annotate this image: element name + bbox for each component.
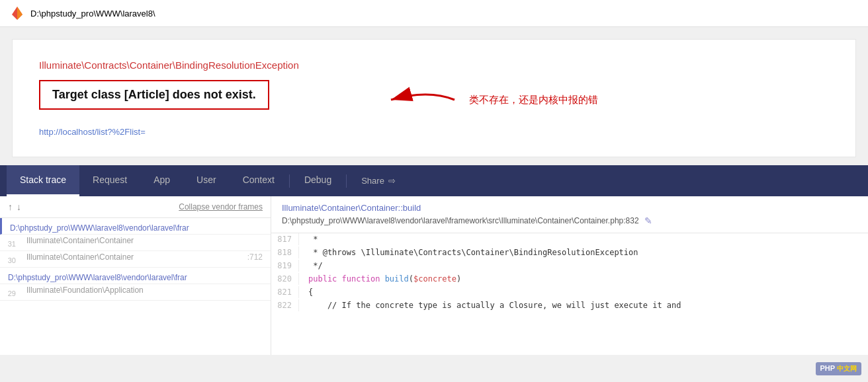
frame-item[interactable]: 31 Illuminate\Container\Container [0,235,271,251]
red-arrow-icon [383,87,462,113]
stack-controls: ↑ ↓ Collapse vendor frames [0,196,271,218]
tabs-section: Stack trace Request App User Context Deb… [0,165,868,355]
code-line: 819 */ [271,260,868,273]
stack-arrows: ↑ ↓ [8,202,21,212]
code-line: 822 // If the concrete type is actually … [271,299,868,313]
tab-divider-2 [346,174,347,188]
line-number: 821 [271,286,299,298]
line-number: 817 [271,233,299,245]
collapse-vendor-frames[interactable]: Collapse vendor frames [179,202,263,211]
line-number: 819 [271,260,299,272]
top-bar-path: D:\phpstudy_pro\WWW\laravel8\ [30,9,155,19]
tab-share[interactable]: Share ⇨ [348,167,409,195]
frame-item[interactable]: D:\phpstudy_pro\WWW\laravel8\vendor\lara… [0,268,271,284]
svg-marker-1 [17,7,22,20]
content-area: ↑ ↓ Collapse vendor frames D:\phpstudy_p… [0,196,868,355]
code-file-line: D:\phpstudy_pro\WWW\laravel8\vendor\lara… [282,215,857,226]
tab-debug[interactable]: Debug [291,165,345,196]
logo-icon [9,5,25,21]
code-body: 817 * 818 * @throws \Illuminate\Contract… [271,233,868,313]
line-content: * @throws \Illuminate\Contracts\Containe… [299,247,638,258]
annotation-text: 类不存在，还是内核中报的错 [469,94,598,106]
code-line: 818 * @throws \Illuminate\Contracts\Cont… [271,247,868,260]
arrow-down-icon[interactable]: ↓ [17,202,21,212]
line-content: * [299,233,318,245]
frame-line: :712 [247,252,263,262]
tab-context[interactable]: Context [230,165,288,196]
arrow-up-icon[interactable]: ↑ [8,202,13,212]
code-line: 821 { [271,286,868,299]
code-file-path: D:\phpstudy_pro\WWW\laravel8\vendor\lara… [282,216,639,225]
top-bar: D:\phpstudy_pro\WWW\laravel8\ [0,0,868,27]
exception-class: Illuminate\Contracts\Container\BindingRe… [39,59,829,71]
arrow-annotation: 类不存在，还是内核中报的错 [383,87,598,113]
tab-request[interactable]: Request [79,165,140,196]
frame-file: D:\phpstudy_pro\WWW\laravel8\vendor\lara… [2,218,271,234]
share-icon: ⇨ [388,176,396,186]
tab-divider [289,174,290,188]
tab-stack-trace[interactable]: Stack trace [7,165,79,196]
line-number: 822 [271,299,299,311]
code-line: 820 public function build($concrete) [271,273,868,286]
line-number: 820 [271,273,299,285]
error-url[interactable]: http://localhost/list?%2Flist= [39,127,146,137]
edit-icon[interactable]: ✎ [644,215,652,226]
frame-item[interactable]: 29 Illuminate\Foundation\Application [0,284,271,301]
frame-number: 30 [0,251,19,267]
tabs-bar: Stack trace Request App User Context Deb… [0,165,868,196]
code-panel: Illuminate\Container\Container::build D:… [271,196,868,355]
frame-item[interactable]: D:\phpstudy_pro\WWW\laravel8\vendor\lara… [0,218,271,235]
frame-class: Illuminate\Container\Container [26,236,134,245]
frame-class: Illuminate\Container\Container [26,252,134,262]
line-content: // If the concrete type is actually a Cl… [299,299,681,311]
frame-class: Illuminate\Foundation\Application [26,286,144,295]
tab-user[interactable]: User [183,165,230,196]
line-number: 818 [271,247,299,258]
line-content: */ [299,260,323,272]
frame-item[interactable]: 30 Illuminate\Container\Container :712 [0,251,271,268]
code-class-name: Illuminate\Container\Container::build [282,203,857,213]
frame-number: 29 [0,284,19,300]
frame-file: D:\phpstudy_pro\WWW\laravel8\vendor\lara… [0,268,271,284]
stack-panel: ↑ ↓ Collapse vendor frames D:\phpstudy_p… [0,196,271,355]
code-line: 817 * [271,233,868,247]
tab-app[interactable]: App [140,165,183,196]
error-card: Illuminate\Contracts\Container\BindingRe… [12,39,856,157]
error-message: Target class [Article] does not exist. [39,80,269,110]
line-content: public function build($concrete) [299,273,461,285]
frame-number: 31 [0,235,19,250]
line-content: { [299,286,313,298]
code-header: Illuminate\Container\Container::build D:… [271,196,868,233]
